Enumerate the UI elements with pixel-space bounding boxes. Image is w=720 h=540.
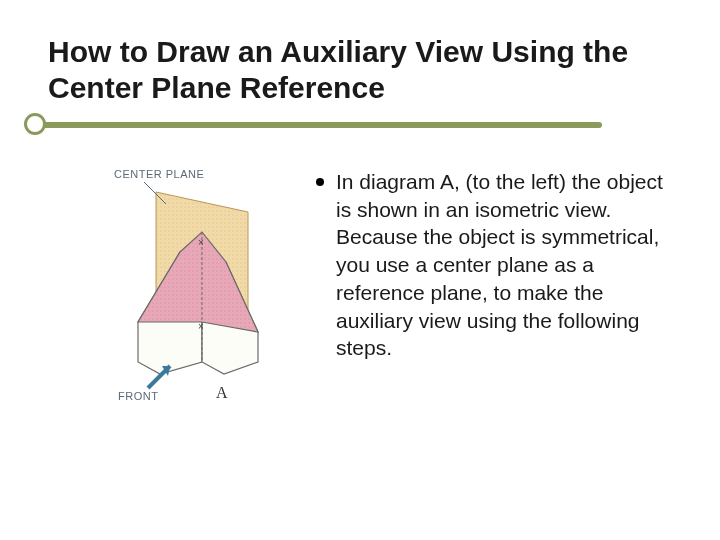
mark-x-top: × — [198, 237, 204, 248]
bullet-text: In diagram A, (to the left) the object i… — [336, 168, 672, 362]
page-title: How to Draw an Auxiliary View Using the … — [48, 34, 672, 106]
diagram-a: × × CENTER PLANE FRONT A — [108, 162, 288, 402]
label-front: FRONT — [118, 390, 158, 402]
list-item: In diagram A, (to the left) the object i… — [316, 168, 672, 362]
label-center-plane: CENTER PLANE — [114, 168, 204, 180]
underline-ball — [24, 113, 46, 135]
underline-bar — [38, 122, 602, 128]
content-row: × × CENTER PLANE FRONT A In diagram A, (… — [48, 162, 672, 402]
title-underline — [48, 116, 672, 138]
bullet-list: In diagram A, (to the left) the object i… — [316, 162, 672, 362]
diagram-svg: × × CENTER PLANE FRONT A — [108, 162, 288, 402]
bullet-icon — [316, 178, 324, 186]
mark-x-bottom: × — [198, 321, 204, 332]
slide: How to Draw an Auxiliary View Using the … — [0, 0, 720, 540]
figure-label: A — [216, 384, 228, 401]
